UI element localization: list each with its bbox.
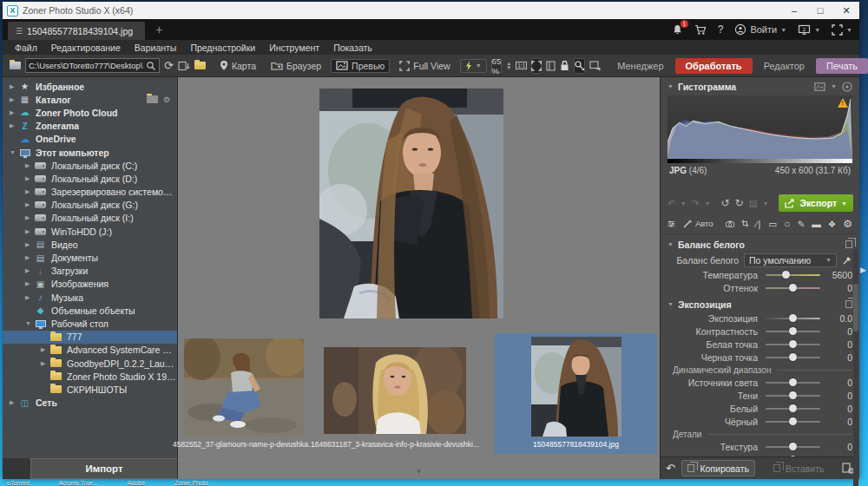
search-icon[interactable] (146, 61, 156, 71)
zoom-level[interactable]: 65 % (491, 59, 503, 73)
sidebar-item-777[interactable]: 777 (3, 331, 177, 344)
camera-icon[interactable] (726, 219, 734, 229)
whites-slider[interactable] (766, 408, 820, 410)
zoom-1to1-button[interactable]: 1:1 (516, 58, 527, 74)
sidebar-item-disk-f[interactable]: ▶ Зарезервировано системой (F:) (3, 186, 177, 199)
slider-knob[interactable] (789, 456, 797, 457)
slider-knob[interactable] (789, 327, 797, 335)
panel-collapse-arrow[interactable]: ▶ (860, 266, 866, 274)
sidebar-item-zonerama[interactable]: ▶ Z Zonerama (3, 120, 177, 133)
slider-knob[interactable] (789, 378, 797, 386)
sidebar-item-favorites[interactable]: ▶ ★ Избранное (3, 80, 177, 93)
slider-knob[interactable] (789, 353, 797, 361)
filmstrip-collapse-handle[interactable]: ▼ (416, 468, 423, 476)
edit-sliders-icon[interactable] (667, 219, 675, 229)
rotate-left-icon[interactable]: ↺ (721, 197, 730, 209)
view-preview-button[interactable]: Превью (331, 59, 390, 73)
display-select-button[interactable]: 2 ▼ (798, 24, 820, 36)
slider-knob[interactable] (782, 271, 790, 279)
new-folder-button[interactable] (194, 58, 206, 74)
mode-print[interactable]: Печать (816, 58, 868, 74)
crop-icon[interactable] (741, 218, 749, 229)
sidebar-item-music[interactable]: ▶ ♪ Музыка (3, 291, 177, 304)
slider-knob[interactable] (789, 314, 797, 322)
tint-slider[interactable] (766, 287, 820, 289)
ellipse-tool-icon[interactable]: ○ (784, 218, 790, 230)
gradient-icon[interactable]: ▬ (812, 219, 821, 229)
sidebar-item-disk-c[interactable]: ▶ Локальный диск (C:) (3, 159, 177, 172)
sidebar-item-goodbyedpi[interactable]: ▶ GoodbyeDPI_0.2.2_Launcher.v6.0 (3, 357, 177, 370)
mode-editor[interactable]: Редактор (757, 58, 812, 74)
texture-slider[interactable] (766, 446, 820, 448)
sidebar-item-this-pc[interactable]: ▼ Этот компьютер (3, 146, 177, 159)
sidebar-item-catalog[interactable]: ▶ ▦ Каталог ⚙ (3, 93, 177, 106)
auto-enhance-button[interactable]: Авто (682, 219, 713, 229)
sidebar-item-zps-folder[interactable]: Zoner Photo Studio X 19.2303.2.463 ... (3, 370, 177, 383)
copy-settings-icon[interactable] (845, 300, 852, 308)
straighten-icon[interactable]: ∕❘ (756, 219, 762, 229)
exposure-slider[interactable] (766, 318, 820, 319)
quick-edits-button[interactable]: ▼ (460, 59, 487, 73)
store-button[interactable] (694, 24, 707, 36)
retouch-icon[interactable]: ❖ (828, 219, 836, 229)
slider-knob[interactable] (789, 404, 797, 412)
slider-knob[interactable] (789, 340, 797, 348)
white-balance-preset-select[interactable]: По умолчанию ▼ (744, 253, 837, 267)
paste-button[interactable]: Вставить (761, 460, 836, 476)
contrast-slider[interactable] (766, 331, 820, 332)
tab-image[interactable]: ☰ 150485577818439104.jpg (8, 22, 145, 40)
export-button[interactable]: Экспорт ▼ (779, 194, 853, 212)
gear-icon[interactable]: ⚙ (163, 95, 170, 104)
zoom-stepper[interactable]: ▲▼ (506, 62, 511, 70)
new-tab-button[interactable]: + (145, 19, 173, 40)
fit-to-screen-button[interactable] (531, 58, 542, 74)
notifications-button[interactable]: 1 (672, 23, 683, 36)
sidebar-item-documents[interactable]: ▶ ▤ Документы (3, 251, 177, 264)
sidebar-item-video[interactable]: ▶ ▤ Видео (3, 238, 177, 251)
eyedropper-icon[interactable] (842, 255, 852, 266)
panel-scrollbar[interactable] (853, 249, 858, 486)
lights-slider[interactable] (766, 382, 820, 384)
menu-view[interactable]: Показать (326, 43, 379, 53)
menu-tool[interactable]: Инструмент (262, 43, 326, 53)
folder-up-button[interactable] (10, 58, 21, 74)
gear-icon[interactable]: ⚙ (843, 218, 852, 230)
filmstrip-item[interactable] (531, 337, 621, 438)
frame-tool-icon[interactable]: ▭ (768, 219, 777, 229)
help-button[interactable]: ? (718, 23, 724, 36)
mode-develop[interactable]: Обработать (675, 58, 753, 74)
catalog-folder-icon[interactable] (147, 95, 158, 103)
menu-variants[interactable]: Варианты (128, 43, 184, 53)
sidebar-item-desktop[interactable]: ▼ Рабочий стол (3, 317, 177, 330)
filmstrip-item[interactable] (184, 338, 304, 438)
brush-icon[interactable]: ✎ (797, 219, 805, 229)
login-button[interactable]: Войти ▼ (734, 23, 786, 36)
view-browser-button[interactable]: Браузер (266, 59, 326, 73)
slider-knob[interactable] (789, 417, 797, 425)
panel-layout-button[interactable] (546, 58, 556, 74)
sidebar-item-pictures[interactable]: ▶ ▣ Изображения (3, 278, 177, 291)
sidebar-item-wintohdd[interactable]: ▶ WinToHDD (J:) (3, 225, 177, 238)
sidebar-item-network[interactable]: ▶ ◫ Сеть (3, 397, 177, 410)
copy-button[interactable]: Копировать (681, 460, 756, 476)
sidebar-item-onedrive[interactable]: ☁ OneDrive (3, 133, 177, 146)
menu-edit[interactable]: Редактирование (44, 43, 128, 53)
clipping-warning-icon[interactable]: ! (838, 98, 848, 108)
slider-knob[interactable] (789, 284, 797, 292)
sidebar-item-downloads[interactable]: ▶ ↓ Загрузки (3, 265, 177, 278)
slider-knob[interactable] (789, 391, 797, 399)
sidebar-item-advanced-systemcare[interactable]: ▶ Advanced SystemCare Pro 16.4.0.22... (3, 344, 177, 357)
zoom-cursor-button[interactable] (574, 58, 585, 74)
black-point-slider[interactable] (766, 357, 820, 358)
minimize-button[interactable]: – (781, 2, 807, 19)
view-fullview-button[interactable]: Full View (394, 59, 455, 73)
sort-button[interactable] (178, 58, 190, 74)
white-point-slider[interactable] (766, 344, 820, 345)
import-button[interactable]: Импорт (30, 458, 177, 479)
rotate-right-icon[interactable]: ↻ (735, 197, 744, 209)
revert-icon[interactable]: ↶ (666, 462, 675, 475)
fullscreen-button[interactable]: ▼ (832, 24, 852, 36)
blacks-slider[interactable] (766, 421, 820, 423)
close-button[interactable]: ✕ (833, 2, 859, 19)
histogram-mode-icon[interactable] (814, 82, 825, 91)
